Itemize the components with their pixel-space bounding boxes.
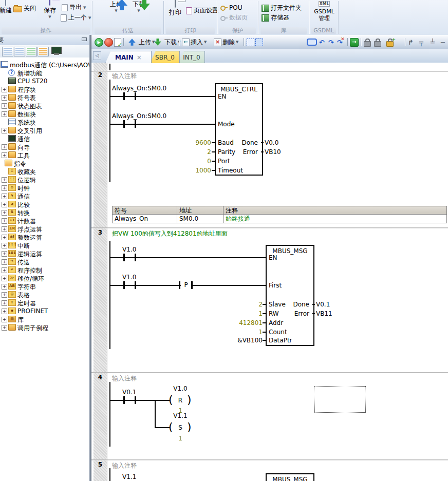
network-3-comment[interactable]: 把VW 100的值写入到412801的地址里面 [112, 229, 228, 238]
expand-toggle[interactable]: + [2, 218, 7, 224]
tree-item-symbol-table[interactable]: + 符号表 [0, 93, 89, 102]
network-5-number[interactable]: 5 [94, 461, 107, 468]
tree-item-profinet[interactable]: + ▪ PROFINET [0, 307, 89, 315]
contact-operand[interactable]: V0.1 [122, 389, 136, 396]
edge-contact-bar[interactable] [179, 281, 180, 289]
param-port[interactable]: 0 [179, 158, 211, 165]
contact-operand[interactable]: V1.0 [122, 274, 136, 281]
tab-int0[interactable]: INT_0 [178, 51, 205, 63]
ladder-editor[interactable]: 2 输入注释 Always_On:SM0.0 Always_On:SM0.0 M… [91, 63, 448, 481]
save-dropdown-caret[interactable]: ▼ [40, 15, 60, 19]
stop-icon[interactable] [104, 38, 113, 47]
tree-item-floating-point[interactable]: + ±R 浮点运算 [0, 225, 89, 233]
network-3-number[interactable]: 3 [94, 229, 107, 236]
tree-item-program-control[interactable]: + ↵ 程序控制 [0, 266, 89, 274]
tree-item-timers[interactable]: + T 定时器 [0, 299, 89, 307]
export-button[interactable]: 导出 ▼ [62, 3, 86, 12]
horizontal-line-icon[interactable]: ─ [441, 39, 445, 46]
close-button[interactable]: 关闭 [13, 4, 36, 13]
tree-item-counters[interactable]: + +1 计数器 [0, 217, 89, 225]
contact-bar[interactable] [135, 92, 136, 100]
expand-toggle[interactable]: + [2, 325, 7, 331]
contact-bar[interactable] [123, 92, 125, 100]
mbus-msg-block-partial[interactable]: MBUS_MSG [266, 473, 314, 481]
tree-item-compare[interactable]: + ≥ 比较 [0, 200, 89, 208]
expand-toggle[interactable]: + [2, 284, 7, 290]
tree-item-call-subroutines[interactable]: + 调用子例程 [0, 323, 89, 332]
bookmark-next-icon[interactable]: ↷ [328, 39, 334, 46]
tree-item-system-block[interactable]: 系统块 [0, 118, 89, 126]
upload-toolbar-button[interactable]: 上传▼ [126, 37, 155, 47]
unlock-icon[interactable] [374, 41, 381, 47]
tree-item-program-block[interactable]: + 程序块 [0, 85, 89, 93]
param-addr[interactable]: 412801 [219, 319, 263, 326]
param-count[interactable]: 1 [219, 329, 263, 336]
data-page-button[interactable]: 数据页 [220, 13, 248, 22]
tree-item-favorites[interactable]: ∷ 收藏夹 [0, 167, 89, 176]
tree-item-cpu[interactable]: CPU ST20 [0, 77, 89, 85]
output-error[interactable]: VB10 [265, 148, 281, 156]
contact-bar[interactable] [135, 396, 136, 404]
tree-item-wizards[interactable]: + 向导 [0, 143, 89, 151]
view-symbol-icon[interactable] [14, 47, 25, 56]
param-parity[interactable]: 2 [179, 148, 211, 156]
view-status-icon[interactable] [26, 47, 37, 56]
param-timeout[interactable]: 1000 [179, 167, 211, 174]
select-block-icon[interactable] [247, 39, 254, 46]
expand-toggle[interactable]: + [2, 128, 7, 133]
upload-button[interactable]: 上传 ▼ [106, 0, 126, 13]
expand-toggle[interactable]: + [2, 235, 7, 240]
view-data-icon[interactable] [38, 47, 49, 56]
contact-operand[interactable]: V1.1 [122, 473, 136, 480]
param-baud[interactable]: 9600 [179, 139, 211, 146]
tree-item-table[interactable]: + ⊞ 表格 [0, 291, 89, 299]
expand-toggle[interactable]: + [2, 267, 7, 273]
param-dataptr[interactable]: &VB100 [219, 337, 263, 344]
expand-toggle[interactable]: + [2, 177, 7, 183]
expand-toggle[interactable]: + [2, 292, 7, 298]
symbol-cell[interactable]: Always_On [112, 215, 177, 223]
comment-box-icon[interactable] [307, 39, 317, 46]
expand-toggle[interactable]: + [2, 259, 7, 265]
expand-toggle[interactable]: + [2, 309, 7, 314]
print-button[interactable]: 打印 [165, 0, 185, 17]
address-cell[interactable]: SM0.0 [177, 215, 223, 223]
pou-button[interactable]: POU [220, 4, 242, 11]
branch-up-icon[interactable]: ╧ [431, 39, 435, 46]
contact-operand[interactable]: Always_On:SM0.0 [112, 112, 166, 120]
param-slave[interactable]: 2 [219, 301, 263, 308]
contact-bar[interactable] [123, 396, 125, 404]
expand-toggle[interactable]: + [2, 95, 7, 101]
view-project-icon[interactable] [2, 47, 13, 56]
tree-item-libraries[interactable]: + ▤ 库 [0, 315, 89, 323]
expand-toggle[interactable]: + [2, 87, 7, 92]
tree-item-whats-new[interactable]: ? 新增功能 [0, 69, 89, 77]
coil-operand[interactable]: V1.0 [170, 385, 191, 392]
download-button[interactable]: 下载 ▼ [129, 0, 148, 13]
open-folder-button[interactable]: 打开文件夹 [262, 4, 302, 12]
tab-main[interactable]: MAIN × [105, 51, 152, 63]
contact-bar[interactable] [123, 254, 125, 261]
tree-item-data-block[interactable]: + 数据块 [0, 110, 89, 118]
tree-item-instructions[interactable]: 指令 [0, 159, 89, 167]
run-icon[interactable]: ▶ [95, 38, 103, 47]
tree-item-convert[interactable]: + ⇅ 转换 [0, 208, 89, 217]
previous-button[interactable]: 上一个 ▼ [61, 13, 91, 22]
expand-toggle[interactable]: + [2, 152, 7, 158]
expand-toggle[interactable]: + [2, 210, 7, 216]
tree-item-interrupt[interactable]: + ↑↑↑ 中断 [0, 241, 89, 249]
contact-operand[interactable]: Always_On:SM0.0 [112, 85, 166, 92]
bookmark-clear-icon[interactable]: ↷ [337, 39, 343, 46]
coil-set[interactable]: S [170, 424, 191, 431]
expand-toggle[interactable]: + [2, 251, 7, 257]
edge-contact-p[interactable]: P [181, 281, 191, 288]
save-button[interactable]: 保存 ▼ [40, 0, 60, 19]
tab-scroll-left-button[interactable]: ◁ [93, 51, 101, 60]
output-done[interactable]: V0.1 [316, 301, 330, 308]
tree-item-integer-math[interactable]: + ±I 整数运算 [0, 233, 89, 241]
contact-bar[interactable] [123, 281, 125, 289]
tree-item-communications[interactable]: 通信 [0, 134, 89, 143]
tree-item-string[interactable]: + AB 字符串 [0, 282, 89, 291]
tab-close-icon[interactable]: × [137, 54, 142, 61]
network-4-number[interactable]: 4 [94, 374, 107, 381]
